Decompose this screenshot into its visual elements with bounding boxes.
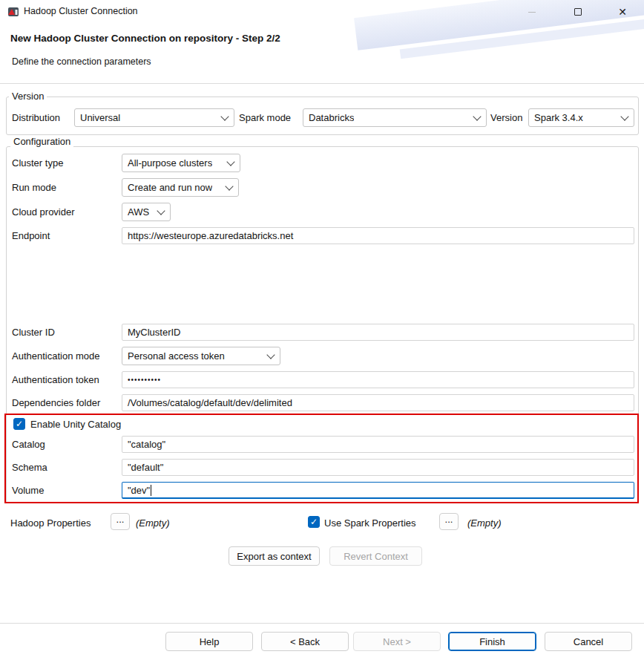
authentication-mode-select[interactable]: Personal access token	[122, 347, 280, 365]
cluster-type-label: Cluster type	[12, 157, 63, 169]
cluster-id-input[interactable]: MyClusterID	[122, 324, 634, 341]
export-as-context-button[interactable]: Export as context	[229, 546, 320, 566]
run-mode-select[interactable]: Create and run now	[122, 178, 239, 197]
chevron-down-icon	[620, 112, 628, 120]
close-button[interactable]: ✕	[605, 0, 640, 24]
endpoint-label: Endpoint	[12, 230, 50, 242]
authentication-token-input[interactable]: ••••••••••	[122, 371, 634, 388]
chevron-down-icon	[225, 182, 233, 190]
chevron-down-icon	[266, 350, 275, 359]
dependencies-folder-input[interactable]: /Volumes/catalog/default/dev/delimited	[122, 394, 634, 411]
wizard-step-title: New Hadoop Cluster Connection on reposit…	[10, 33, 280, 44]
use-spark-properties-label: Use Spark Properties	[324, 517, 416, 529]
cluster-id-label: Cluster ID	[12, 327, 55, 339]
catalog-input[interactable]: "catalog"	[122, 436, 634, 453]
authentication-token-label: Authentication token	[12, 374, 99, 386]
dialog-window: Hadoop Cluster Connection ✕ New Hadoop C…	[0, 0, 644, 660]
next-button[interactable]: Next >	[353, 632, 441, 651]
ellipsis-icon: ...	[116, 517, 125, 527]
spark-mode-select[interactable]: Databricks	[303, 108, 487, 127]
minimize-button[interactable]	[515, 0, 549, 24]
volume-label: Volume	[12, 485, 44, 497]
app-icon	[7, 6, 19, 18]
revert-context-button[interactable]: Revert Context	[329, 546, 422, 566]
footer-separator	[0, 623, 644, 624]
version-group-label: Version	[9, 91, 47, 102]
maximize-icon	[574, 8, 582, 16]
chevron-down-icon	[220, 112, 229, 120]
chevron-down-icon	[473, 112, 481, 120]
endpoint-input[interactable]: https://westeurope.azuredatabricks.net	[122, 227, 634, 244]
enable-unity-catalog-label: Enable Unity Catalog	[30, 419, 121, 431]
spark-mode-label: Spark mode	[239, 112, 291, 124]
distribution-label: Distribution	[12, 112, 60, 124]
use-spark-properties-checkbox[interactable]: ✓	[308, 516, 320, 528]
schema-input[interactable]: "default"	[122, 459, 634, 476]
version-select[interactable]: Spark 3.4.x	[528, 108, 634, 127]
hadoop-properties-ellipsis-button[interactable]: ...	[111, 513, 130, 530]
run-mode-label: Run mode	[12, 182, 56, 194]
help-button[interactable]: Help	[165, 632, 253, 651]
header-separator	[0, 83, 644, 84]
wizard-subtitle: Define the connection parameters	[12, 56, 151, 67]
distribution-select[interactable]: Universal	[74, 108, 234, 127]
cluster-type-select[interactable]: All-purpose clusters	[122, 154, 240, 172]
spark-properties-ellipsis-button[interactable]: ...	[439, 513, 459, 530]
dependencies-folder-label: Dependencies folder	[12, 397, 100, 409]
cloud-provider-select[interactable]: AWS	[122, 203, 171, 221]
close-icon: ✕	[618, 6, 627, 18]
hadoop-properties-label: Hadoop Properties	[10, 517, 91, 529]
text-cursor	[151, 485, 151, 496]
cloud-provider-label: Cloud provider	[12, 206, 75, 218]
catalog-label: Catalog	[12, 439, 45, 451]
maximize-button[interactable]	[561, 0, 595, 24]
back-button[interactable]: < Back	[261, 632, 349, 651]
ellipsis-icon: ...	[445, 517, 453, 527]
check-icon: ✓	[16, 419, 23, 429]
configuration-group-label: Configuration	[10, 136, 73, 148]
cancel-button[interactable]: Cancel	[545, 632, 632, 651]
window-title: Hadoop Cluster Connection	[24, 6, 138, 16]
enable-unity-catalog-checkbox[interactable]: ✓	[13, 418, 25, 430]
version-label: Version	[490, 112, 522, 124]
chevron-down-icon	[157, 206, 165, 215]
minimize-icon	[528, 12, 536, 13]
chevron-down-icon	[226, 157, 234, 166]
authentication-mode-label: Authentication mode	[12, 350, 100, 362]
finish-button[interactable]: Finish	[448, 632, 536, 651]
hadoop-properties-empty-status: (Empty)	[136, 517, 170, 529]
schema-label: Schema	[12, 462, 47, 474]
check-icon: ✓	[310, 517, 318, 527]
spark-properties-empty-status: (Empty)	[467, 517, 502, 529]
volume-input[interactable]: "dev"	[122, 482, 634, 499]
